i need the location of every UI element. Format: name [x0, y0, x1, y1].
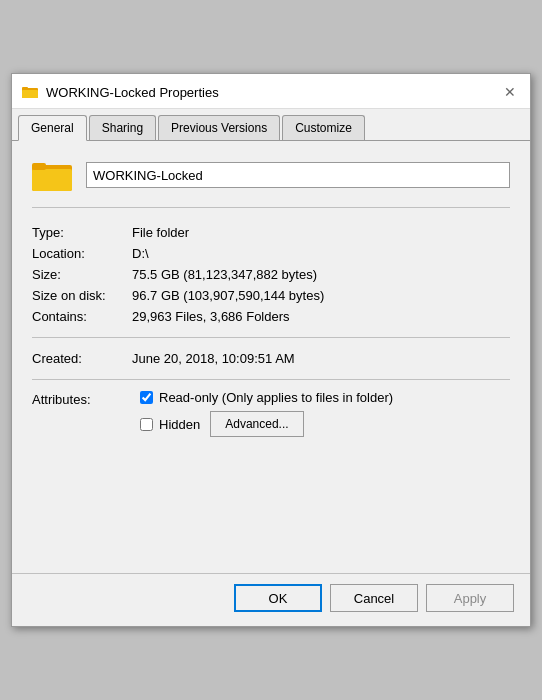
- prop-location-row: Location: D:\: [32, 243, 510, 264]
- size-on-disk-value: 96.7 GB (103,907,590,144 bytes): [132, 285, 510, 306]
- created-table: Created: June 20, 2018, 10:09:51 AM: [32, 348, 510, 369]
- hidden-checkbox[interactable]: [140, 418, 153, 431]
- size-value: 75.5 GB (81,123,347,882 bytes): [132, 264, 510, 285]
- location-label: Location:: [32, 243, 132, 264]
- prop-size-row: Size: 75.5 GB (81,123,347,882 bytes): [32, 264, 510, 285]
- window-title: WORKING-Locked Properties: [46, 85, 219, 100]
- prop-contains-row: Contains: 29,963 Files, 3,686 Folders: [32, 306, 510, 327]
- created-value: June 20, 2018, 10:09:51 AM: [132, 348, 510, 369]
- apply-button[interactable]: Apply: [426, 584, 514, 612]
- divider-2: [32, 379, 510, 380]
- advanced-button[interactable]: Advanced...: [210, 411, 303, 437]
- hidden-label: Hidden: [159, 417, 200, 432]
- folder-icon-large: [32, 157, 72, 193]
- ok-button[interactable]: OK: [234, 584, 322, 612]
- title-bar: WORKING-Locked Properties ✕: [12, 74, 530, 109]
- contains-label: Contains:: [32, 306, 132, 327]
- title-bar-left: WORKING-Locked Properties: [22, 84, 219, 100]
- title-folder-icon: [22, 84, 38, 100]
- properties-table: Type: File folder Location: D:\ Size: 75…: [32, 222, 510, 327]
- prop-type-row: Type: File folder: [32, 222, 510, 243]
- folder-header: [32, 157, 510, 208]
- hidden-checkbox-row: Hidden: [140, 417, 200, 432]
- bottom-bar: OK Cancel Apply: [12, 573, 530, 626]
- readonly-label: Read-only (Only applies to files in fold…: [159, 390, 393, 405]
- tab-content-general: Type: File folder Location: D:\ Size: 75…: [12, 141, 530, 453]
- tab-previous-versions[interactable]: Previous Versions: [158, 115, 280, 140]
- type-label: Type:: [32, 222, 132, 243]
- size-on-disk-label: Size on disk:: [32, 285, 132, 306]
- tab-sharing[interactable]: Sharing: [89, 115, 156, 140]
- attributes-controls: Read-only (Only applies to files in fold…: [140, 390, 393, 437]
- location-value: D:\: [132, 243, 510, 264]
- tab-customize[interactable]: Customize: [282, 115, 365, 140]
- cancel-button[interactable]: Cancel: [330, 584, 418, 612]
- prop-size-on-disk-row: Size on disk: 96.7 GB (103,907,590,144 b…: [32, 285, 510, 306]
- close-button[interactable]: ✕: [500, 82, 520, 102]
- prop-created-row: Created: June 20, 2018, 10:09:51 AM: [32, 348, 510, 369]
- attributes-label: Attributes:: [32, 390, 132, 437]
- tab-bar: General Sharing Previous Versions Custom…: [12, 109, 530, 141]
- svg-rect-5: [32, 163, 46, 170]
- properties-dialog: WORKING-Locked Properties ✕ General Shar…: [11, 73, 531, 627]
- created-label: Created:: [32, 348, 132, 369]
- svg-rect-1: [22, 90, 38, 98]
- tab-general[interactable]: General: [18, 115, 87, 141]
- svg-rect-4: [32, 169, 72, 191]
- folder-name-input[interactable]: [86, 162, 510, 188]
- readonly-row: Read-only (Only applies to files in fold…: [140, 390, 393, 405]
- hidden-row: Hidden Advanced...: [140, 411, 393, 437]
- readonly-checkbox[interactable]: [140, 391, 153, 404]
- size-label: Size:: [32, 264, 132, 285]
- divider-1: [32, 337, 510, 338]
- contains-value: 29,963 Files, 3,686 Folders: [132, 306, 510, 327]
- type-value: File folder: [132, 222, 510, 243]
- attributes-section: Attributes: Read-only (Only applies to f…: [32, 390, 510, 437]
- svg-rect-2: [22, 87, 28, 90]
